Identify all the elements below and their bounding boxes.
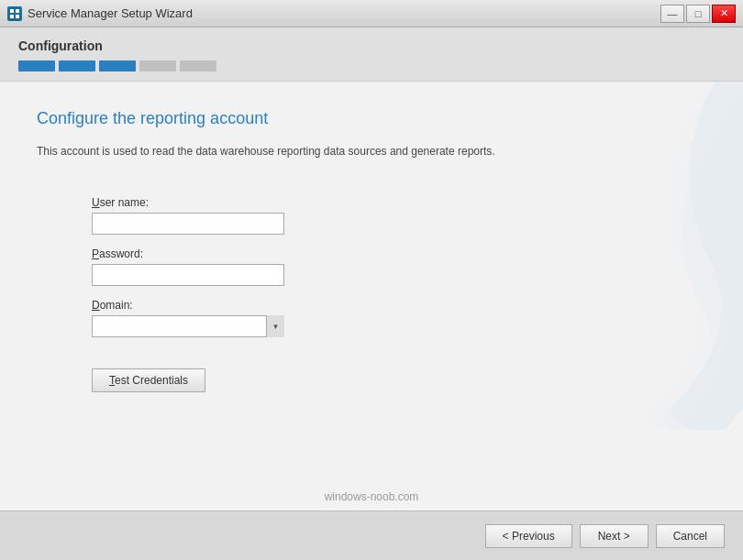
minimize-button[interactable]: — [660,5,684,23]
username-group: User name: [92,196,706,235]
config-title: Configuration [18,38,725,53]
svg-rect-2 [10,15,14,18]
watermark: windows-noob.com [0,490,743,503]
config-bar: Configuration [0,27,743,82]
window-title: Service Manager Setup Wizard [28,6,193,20]
domain-select[interactable] [92,315,284,337]
username-label: User name: [92,196,706,209]
app-icon [7,6,22,21]
step-1 [18,60,55,71]
username-input[interactable] [92,213,284,235]
progress-steps [18,60,725,71]
cancel-button[interactable]: Cancel [656,524,725,548]
test-credentials-button[interactable]: Test Credentials [92,368,205,392]
title-bar: Service Manager Setup Wizard — □ ✕ [0,0,743,27]
title-bar-controls: — □ ✕ [660,5,736,23]
wizard-content: Configure the reporting account This acc… [0,82,743,511]
password-label: Password: [92,247,706,260]
title-bar-left: Service Manager Setup Wizard [7,6,193,21]
domain-select-wrapper: ▼ [92,315,284,337]
svg-rect-3 [16,15,19,18]
wizard-window: Configuration Configure the reporting ac… [0,27,743,560]
close-button[interactable]: ✕ [712,5,736,23]
previous-button[interactable]: < Previous [485,524,572,548]
step-5 [180,60,216,71]
main-area: Configure the reporting account This acc… [0,82,743,511]
page-description: This account is used to read the data wa… [37,143,550,159]
wizard-footer: < Previous Next > Cancel [0,511,743,560]
svg-rect-1 [16,9,19,13]
password-group: Password: [92,247,706,286]
next-button[interactable]: Next > [580,524,649,548]
domain-label: Domain: [92,299,706,312]
domain-group: Domain: ▼ [92,299,706,337]
step-3 [99,60,136,71]
step-4 [139,60,176,71]
password-input[interactable] [92,264,284,286]
svg-rect-0 [10,9,14,13]
maximize-button[interactable]: □ [686,5,710,23]
step-2 [59,60,95,71]
form-section: User name: Password: Domain: [92,196,706,392]
page-heading: Configure the reporting account [37,109,706,128]
